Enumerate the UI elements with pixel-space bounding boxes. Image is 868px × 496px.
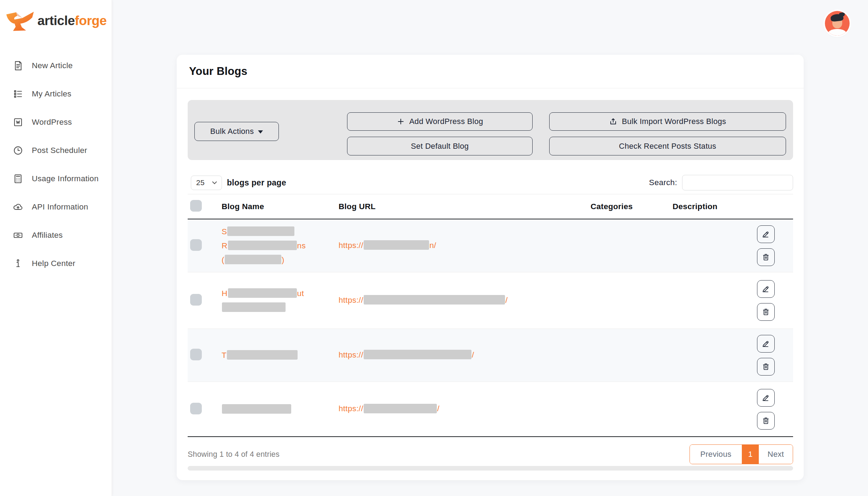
- blog-name-link[interactable]: [222, 402, 339, 416]
- redaction-block: [228, 288, 297, 298]
- table-row: Hut https:///: [188, 272, 793, 329]
- previous-page-button[interactable]: Previous: [690, 445, 742, 464]
- redaction-block: [364, 404, 437, 413]
- column-header-blog-name: Blog Name: [222, 202, 339, 211]
- blog-name-link[interactable]: T: [222, 348, 339, 362]
- set-default-blog-button[interactable]: Set Default Blog: [347, 137, 533, 155]
- trash-icon: [761, 307, 770, 317]
- trash-icon: [761, 416, 770, 425]
- search-input[interactable]: [682, 175, 793, 190]
- redaction-block: [227, 226, 294, 236]
- edit-blog-button[interactable]: [757, 335, 775, 353]
- sidebar-item-post-scheduler[interactable]: Post Scheduler: [0, 136, 112, 165]
- sidebar-item-api-information[interactable]: API Information: [0, 193, 112, 221]
- bulk-import-wordpress-blogs-button[interactable]: Bulk Import WordPress Blogs: [549, 112, 786, 131]
- chevron-down-icon: [212, 181, 217, 184]
- sidebar-item-label: New Article: [32, 61, 73, 70]
- clock-icon: [13, 145, 23, 156]
- sidebar-item-new-article[interactable]: New Article: [0, 52, 112, 80]
- delete-blog-button[interactable]: [757, 303, 775, 321]
- list-icon: [13, 89, 23, 99]
- edit-blog-button[interactable]: [757, 389, 775, 407]
- trash-icon: [761, 253, 770, 262]
- sidebar: articleforge New Article My Articles Wor…: [0, 0, 112, 496]
- edit-blog-button[interactable]: [757, 225, 775, 243]
- per-page-label: blogs per page: [227, 178, 286, 188]
- pencil-icon: [761, 339, 770, 348]
- check-recent-posts-label: Check Recent Posts Status: [619, 142, 716, 151]
- select-all-checkbox[interactable]: [190, 200, 202, 212]
- document-icon: [13, 60, 23, 71]
- card-body: Bulk Actions Add WordPress Blog Set Defa…: [177, 88, 804, 471]
- card-header: Your Blogs: [177, 55, 804, 88]
- money-icon: [13, 230, 23, 241]
- horizontal-scrollbar[interactable]: [188, 466, 793, 471]
- column-header-categories: Categories: [591, 202, 673, 211]
- bulk-actions-button[interactable]: Bulk Actions: [194, 122, 279, 141]
- sidebar-item-label: Post Scheduler: [32, 146, 87, 155]
- user-avatar[interactable]: [825, 11, 850, 36]
- bulk-actions-label: Bulk Actions: [210, 127, 254, 136]
- redaction-block: [364, 295, 505, 305]
- pagination: Previous 1 Next: [690, 444, 793, 464]
- row-checkbox[interactable]: [190, 349, 202, 360]
- redaction-block: [227, 350, 298, 360]
- page-title: Your Blogs: [189, 65, 247, 78]
- redaction-block: [364, 240, 429, 250]
- blog-url-link[interactable]: https:///: [339, 296, 591, 306]
- edit-blog-button[interactable]: [757, 280, 775, 298]
- table-row: S Rns () https://n/: [188, 219, 793, 272]
- add-wordpress-blog-label: Add WordPress Blog: [409, 117, 483, 126]
- sidebar-item-label: My Articles: [32, 89, 71, 99]
- sidebar-item-label: API Information: [32, 202, 88, 212]
- caret-down-icon: [258, 130, 263, 134]
- row-checkbox[interactable]: [190, 239, 202, 251]
- next-page-button[interactable]: Next: [759, 445, 793, 464]
- blog-url-link[interactable]: https:///: [339, 350, 591, 360]
- sidebar-item-wordpress[interactable]: WordPress: [0, 108, 112, 136]
- search-area: Search:: [649, 175, 793, 190]
- showing-entries-text: Showing 1 to 4 of 4 entries: [188, 450, 280, 459]
- upload-icon: [609, 117, 617, 126]
- brand-logo-text: articleforge: [37, 13, 107, 28]
- info-icon: [13, 258, 23, 269]
- blog-name-link[interactable]: Hut: [222, 287, 339, 315]
- current-page-button[interactable]: 1: [742, 445, 759, 464]
- redaction-block: [222, 404, 291, 414]
- table-controls: 25 blogs per page Search:: [188, 175, 793, 190]
- add-wordpress-blog-button[interactable]: Add WordPress Blog: [347, 112, 533, 131]
- redaction-block: [222, 302, 286, 312]
- sidebar-item-my-articles[interactable]: My Articles: [0, 80, 112, 108]
- check-recent-posts-status-button[interactable]: Check Recent Posts Status: [549, 137, 786, 155]
- toolbar-panel: Bulk Actions Add WordPress Blog Set Defa…: [188, 100, 793, 160]
- table-row: https:///: [188, 382, 793, 437]
- sidebar-item-usage-information[interactable]: Usage Information: [0, 165, 112, 193]
- delete-blog-button[interactable]: [757, 248, 775, 266]
- pencil-icon: [761, 284, 770, 294]
- delete-blog-button[interactable]: [757, 412, 775, 430]
- sidebar-item-help-center[interactable]: Help Center: [0, 249, 112, 278]
- blogs-table: Blog Name Blog URL Categories Descriptio…: [188, 194, 793, 437]
- delete-blog-button[interactable]: [757, 358, 775, 376]
- wordpress-icon: [13, 117, 23, 128]
- sidebar-menu: New Article My Articles WordPress Post S…: [0, 52, 112, 278]
- column-header-blog-url: Blog URL: [339, 202, 591, 211]
- row-checkbox[interactable]: [190, 294, 202, 306]
- blog-url-link[interactable]: https://n/: [339, 241, 591, 251]
- pencil-icon: [761, 393, 770, 402]
- redaction-block: [228, 241, 297, 250]
- bulk-import-label: Bulk Import WordPress Blogs: [622, 117, 726, 126]
- blog-url-link[interactable]: https:///: [339, 404, 591, 414]
- per-page-select[interactable]: 25: [191, 176, 222, 190]
- redaction-block: [225, 255, 281, 264]
- your-blogs-card: Your Blogs Bulk Actions Add WordPress Bl…: [177, 55, 804, 480]
- table-footer: Showing 1 to 4 of 4 entries Previous 1 N…: [188, 444, 793, 464]
- column-header-description: Description: [673, 202, 757, 211]
- table-row: T https:///: [188, 329, 793, 382]
- plus-icon: [397, 117, 405, 126]
- blog-name-link[interactable]: S Rns (): [222, 225, 339, 267]
- brand-logo[interactable]: articleforge: [0, 0, 112, 33]
- sidebar-item-label: Usage Information: [32, 174, 99, 183]
- sidebar-item-affiliates[interactable]: Affiliates: [0, 221, 112, 249]
- row-checkbox[interactable]: [190, 403, 202, 414]
